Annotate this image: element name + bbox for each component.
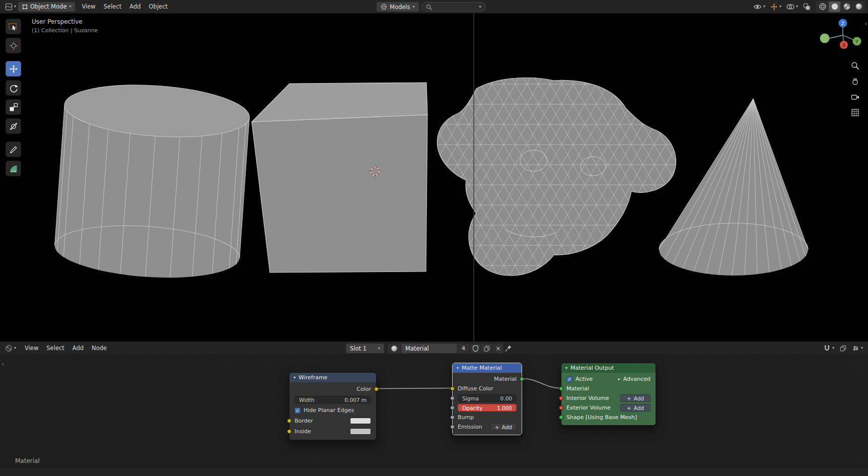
overlap-toggle[interactable] [837, 344, 849, 353]
cylinder-object[interactable] [53, 80, 251, 284]
menu-view-node[interactable]: View [21, 343, 42, 353]
suzanne-object[interactable] [437, 78, 676, 276]
unlink-material-button[interactable]: × [493, 344, 503, 353]
node-editor-canvas[interactable]: ▾ Wireframe Color Width 0.007 m ✓ Hide P… [0, 355, 868, 467]
advanced-expand-icon[interactable]: ▸ [618, 377, 620, 381]
editor-type-dropdown[interactable]: ▾ [3, 2, 18, 12]
shading-wireframe-button[interactable] [817, 2, 828, 12]
material-output-socket[interactable] [520, 377, 524, 381]
menu-node[interactable]: Node [88, 343, 111, 353]
sidebar-toggle[interactable]: ‹ [864, 21, 867, 27]
hide-planar-checkbox[interactable]: ✓ [295, 407, 301, 414]
editor-settings-dropdown[interactable]: ▾ [850, 344, 865, 353]
bump-socket[interactable] [450, 415, 455, 420]
node-title: Wireframe [299, 374, 327, 381]
material-name-field[interactable]: Material [401, 344, 458, 353]
matte-node-header[interactable]: ▾ Matte Material [453, 363, 522, 373]
opacity-socket[interactable] [450, 405, 455, 410]
rotate-icon [9, 84, 18, 93]
tool-select-box[interactable] [6, 19, 21, 34]
exterior-volume-socket[interactable] [559, 405, 563, 410]
node-editor-type-dropdown[interactable]: ▾ [3, 344, 18, 353]
tool-rotate[interactable] [6, 80, 21, 96]
tool-scale[interactable] [6, 99, 21, 115]
material-users-button[interactable]: 4 [458, 344, 470, 353]
pin-button[interactable] [504, 345, 512, 352]
material-slot-dropdown[interactable]: Slot 1 ▾ [346, 344, 384, 353]
tool-transform[interactable] [6, 118, 21, 134]
color-output-socket[interactable] [374, 387, 379, 391]
active-checkbox[interactable]: ✓ [566, 376, 572, 382]
wireframe-node[interactable]: ▾ Wireframe Color Width 0.007 m ✓ Hide P… [289, 372, 377, 440]
menu-select-node[interactable]: Select [42, 343, 68, 353]
exterior-volume-add-button[interactable]: + Add [620, 404, 650, 412]
zoom-view-button[interactable] [851, 61, 859, 70]
wireframe-node-header[interactable]: ▾ Wireframe [290, 373, 376, 382]
border-color-swatch[interactable] [350, 418, 371, 424]
panel-toggle[interactable]: ‹ [2, 361, 4, 367]
interior-volume-add-button[interactable]: + Add [620, 394, 650, 402]
cube-object[interactable] [252, 83, 427, 273]
mode-dropdown[interactable]: Object Mode ▾ [18, 2, 75, 12]
collapse-icon[interactable]: ▾ [457, 366, 459, 370]
viewport-3d[interactable]: User Perspective (1) Collection | Suzann… [0, 14, 868, 342]
menu-object[interactable]: Object [145, 2, 172, 12]
material-output-node[interactable]: ▾ Material Output ✓ Active ▸ Advanced Ma… [561, 363, 656, 426]
inside-color-swatch[interactable] [350, 428, 371, 435]
gizmos-dropdown[interactable]: ▾ [768, 2, 783, 12]
opacity-slider[interactable]: Opacity 1.000 [458, 404, 517, 412]
object-visibility-dropdown[interactable]: ▾ [751, 3, 767, 11]
asset-library-dropdown[interactable]: Models ▾ [377, 2, 419, 12]
sigma-field[interactable]: Sigma 0.00 [458, 394, 517, 402]
matte-material-node[interactable]: ▾ Matte Material Material Diffuse Color … [452, 363, 522, 435]
navigation-gizmo[interactable]: Z Y X [812, 15, 867, 59]
camera-icon [851, 93, 859, 101]
new-material-button[interactable] [481, 344, 493, 353]
collapse-icon[interactable]: ▾ [565, 366, 567, 370]
output-node-header[interactable]: ▾ Material Output [561, 363, 656, 373]
shape-socket[interactable] [559, 415, 563, 420]
emission-row: Emission + Add [453, 422, 522, 432]
shading-material-button[interactable] [841, 2, 852, 12]
axis-y-negative-ball[interactable] [820, 34, 830, 43]
camera-view-button[interactable] [851, 93, 859, 101]
diffuse-color-socket[interactable] [450, 386, 455, 391]
shading-solid-button[interactable] [829, 2, 840, 12]
emission-socket[interactable] [450, 425, 455, 429]
tool-move[interactable] [6, 61, 21, 77]
material-input-label: Material [566, 385, 589, 392]
inside-input-socket[interactable] [287, 429, 292, 434]
shading-rendered-button[interactable] [853, 2, 864, 12]
snapping-dropdown[interactable]: ▾ [821, 344, 836, 353]
pan-view-button[interactable] [851, 77, 859, 86]
emission-add-button[interactable]: + Add [490, 423, 517, 431]
width-value: 0.007 m [344, 397, 367, 403]
tool-measure[interactable] [6, 161, 21, 176]
menu-add[interactable]: Add [125, 2, 144, 12]
border-input-socket[interactable] [287, 419, 292, 423]
menu-view[interactable]: View [78, 2, 99, 12]
chevron-down-icon: ▾ [14, 346, 16, 350]
width-field[interactable]: Width 0.007 m [295, 396, 371, 403]
shape-row: Shape [Using Base Mesh] [561, 413, 656, 422]
perspective-toggle-button[interactable] [851, 108, 859, 117]
axis-x-label: X [842, 43, 845, 48]
overlays-dropdown[interactable]: ▾ [784, 3, 800, 11]
chevron-down-icon: ▾ [832, 346, 834, 350]
material-input-socket[interactable] [559, 386, 563, 391]
interior-volume-socket[interactable] [559, 396, 563, 400]
browse-material-button[interactable] [388, 344, 401, 353]
tool-cursor[interactable] [6, 38, 21, 53]
material-output-row: Material [453, 374, 522, 384]
inside-row: Inside [290, 426, 376, 437]
search-input[interactable]: ▾ [421, 2, 486, 12]
sigma-socket[interactable] [450, 396, 455, 400]
fake-user-button[interactable] [470, 344, 481, 353]
menu-select[interactable]: Select [100, 2, 125, 12]
cone-object[interactable] [659, 99, 808, 276]
tool-annotate[interactable] [6, 142, 21, 157]
xray-toggle[interactable] [801, 2, 813, 12]
menu-add-node[interactable]: Add [68, 343, 88, 353]
chevron-down-icon: ▾ [413, 5, 415, 9]
collapse-icon[interactable]: ▾ [294, 375, 296, 380]
